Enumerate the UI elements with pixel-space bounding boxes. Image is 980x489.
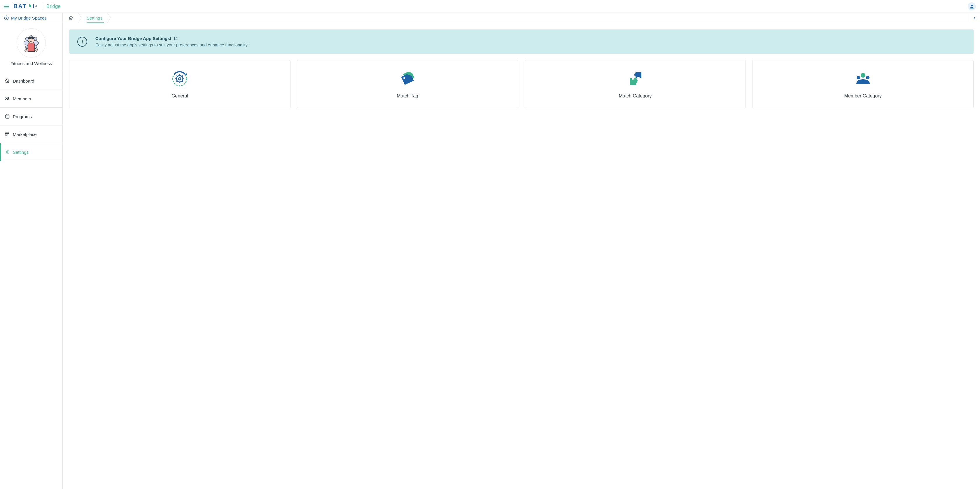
sidebar-item-label: Marketplace [13, 132, 37, 137]
svg-point-24 [178, 78, 181, 80]
sidebar-item-settings[interactable]: Settings [0, 143, 62, 161]
svg-point-1 [5, 16, 8, 20]
info-body: Easily adjust the app's settings to suit… [95, 43, 248, 47]
content-area: i Configure Your Bridge App Settings! Ea… [63, 23, 980, 115]
people-icon [5, 96, 10, 101]
breadcrumbs: Settings [64, 13, 111, 23]
settings-card-general[interactable]: General [69, 60, 291, 108]
sidebar-item-dashboard[interactable]: Dashboard [0, 72, 62, 90]
header-divider [42, 3, 42, 10]
collapse-panel-button[interactable] [969, 13, 980, 23]
svg-point-13 [8, 97, 9, 99]
info-title-row: Configure Your Bridge App Settings! [95, 36, 248, 41]
breadcrumb-separator-icon [107, 13, 111, 23]
back-link-label: My Bridge Spaces [11, 16, 47, 21]
brand-reg-icon: ® [35, 5, 38, 8]
sidebar-item-label: Programs [13, 114, 32, 119]
brand-suffix: I [33, 3, 35, 10]
app-name[interactable]: Bridge [46, 3, 60, 10]
main-content: Settings i Configure Your Bridge A [63, 13, 980, 489]
breadcrumb-label: Settings [87, 16, 102, 21]
settings-card-member-category[interactable]: Member Category [752, 60, 974, 108]
gear-cycle-icon [171, 70, 188, 88]
home-icon [5, 78, 10, 83]
svg-point-37 [637, 77, 640, 79]
card-label: Match Tag [397, 93, 418, 99]
chevron-left-icon [973, 16, 977, 19]
breadcrumb-home[interactable] [64, 13, 78, 23]
sidebar-item-marketplace[interactable]: Marketplace [0, 126, 62, 143]
store-icon [5, 132, 10, 137]
calendar-icon [5, 114, 10, 119]
breadcrumb-bar: Settings [63, 13, 980, 23]
brand-prefix: BAT [13, 3, 27, 10]
svg-text:i: i [81, 38, 83, 46]
svg-point-43 [866, 76, 869, 80]
header-left: BAT I ® Bridge [4, 3, 60, 10]
settings-cards-row: General Match Tag [69, 60, 974, 108]
brand-logo[interactable]: BAT I ® [13, 3, 38, 10]
svg-point-42 [857, 76, 860, 80]
svg-point-0 [971, 5, 973, 6]
back-link[interactable]: My Bridge Spaces [4, 16, 47, 21]
svg-line-32 [182, 76, 183, 76]
info-title: Configure Your Bridge App Settings! [95, 36, 172, 41]
svg-point-39 [635, 81, 637, 83]
person-icon [969, 4, 974, 9]
leaf-icon [27, 4, 32, 9]
card-label: Match Category [619, 93, 652, 99]
info-text: Configure Your Bridge App Settings! Easi… [95, 36, 248, 47]
sidebar: My Bridge Spaces [0, 13, 63, 489]
gear-icon [5, 150, 10, 155]
info-icon: i [77, 36, 88, 47]
back-arrow-icon [4, 16, 9, 20]
svg-line-31 [177, 81, 177, 82]
info-banner: i Configure Your Bridge App Settings! Ea… [69, 29, 974, 54]
card-label: Member Category [845, 93, 882, 99]
settings-card-match-tag[interactable]: Match Tag [297, 60, 518, 108]
sidebar-item-members[interactable]: Members [0, 90, 62, 108]
sidebar-item-label: Members [13, 96, 31, 101]
settings-card-match-category[interactable]: Match Category [525, 60, 746, 108]
svg-point-11 [36, 49, 38, 52]
svg-point-41 [861, 73, 865, 78]
back-link-row: My Bridge Spaces [0, 13, 62, 23]
svg-point-12 [6, 97, 7, 99]
puzzle-icon [627, 70, 644, 88]
sidebar-item-programs[interactable]: Programs [0, 108, 62, 126]
svg-point-36 [635, 74, 637, 76]
svg-point-40 [632, 77, 634, 80]
breadcrumb-current[interactable]: Settings [82, 13, 107, 23]
external-link-icon[interactable] [174, 37, 178, 41]
org-avatar[interactable] [17, 28, 46, 57]
sidebar-item-label: Dashboard [13, 78, 34, 83]
tags-icon [399, 70, 416, 88]
svg-point-23 [177, 76, 183, 82]
user-avatar-button[interactable] [968, 2, 976, 11]
org-block: Fitness and Wellness [0, 23, 62, 72]
sidebar-nav: Dashboard Members Programs Marketplace [0, 72, 62, 161]
menu-icon[interactable] [4, 5, 10, 8]
top-header: BAT I ® Bridge [0, 0, 980, 13]
org-name: Fitness and Wellness [11, 61, 52, 66]
home-icon [68, 16, 73, 20]
sidebar-item-label: Settings [13, 150, 29, 155]
group-icon [854, 70, 872, 88]
breadcrumb-separator-icon [78, 13, 82, 23]
card-label: General [172, 93, 188, 99]
svg-line-30 [182, 81, 183, 82]
svg-rect-14 [6, 115, 10, 118]
svg-point-18 [7, 151, 8, 153]
svg-line-29 [177, 76, 177, 76]
svg-point-10 [24, 49, 27, 52]
